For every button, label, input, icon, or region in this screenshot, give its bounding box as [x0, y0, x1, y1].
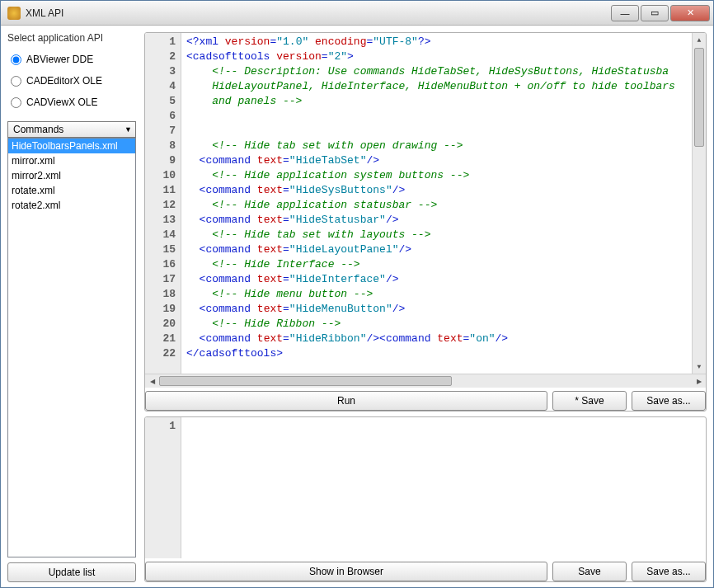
app-icon	[7, 7, 21, 20]
output-panel: 1 Show in Browser Save Save as...	[144, 416, 707, 582]
vscroll-thumb[interactable]	[694, 48, 704, 147]
list-item[interactable]: mirror.xml	[8, 153, 135, 168]
api-radio-input-1[interactable]	[11, 76, 21, 87]
editor-vscrollbar[interactable]: ▲ ▼	[692, 33, 706, 374]
api-radio-input-2[interactable]	[11, 97, 21, 108]
api-radio-0[interactable]: ABViewer DDE	[11, 54, 136, 65]
output-gutter: 1	[145, 417, 181, 558]
close-button[interactable]: ✕	[670, 5, 710, 21]
titlebar: XML API — ▭ ✕	[1, 1, 713, 26]
editor-save-button[interactable]: * Save	[552, 391, 627, 411]
output-code[interactable]	[181, 417, 706, 558]
output-editor[interactable]: 1	[145, 417, 706, 558]
scroll-right-icon[interactable]: ▶	[692, 378, 706, 385]
editor-saveas-button[interactable]: Save as...	[632, 391, 706, 411]
api-radio-label-0: ABViewer DDE	[26, 54, 93, 65]
api-radio-label-1: CADEditorX OLE	[26, 75, 102, 87]
list-item[interactable]: HideToolbarsPanels.xml	[8, 139, 135, 153]
commands-listbox[interactable]: HideToolbarsPanels.xmlmirror.xmlmirror2.…	[7, 138, 136, 557]
scroll-down-icon[interactable]: ▼	[693, 360, 706, 374]
list-item[interactable]: mirror2.xml	[8, 168, 135, 183]
commands-dropdown-label: Commands	[13, 124, 63, 135]
update-list-button[interactable]: Update list	[7, 562, 136, 582]
minimize-button[interactable]: —	[611, 5, 639, 21]
run-button[interactable]: Run	[145, 391, 547, 411]
list-item[interactable]: rotate2.xml	[8, 198, 135, 213]
code-editor[interactable]: 12345678910111213141516171819202122 <?xm…	[145, 33, 706, 374]
chevron-down-icon: ▼	[124, 125, 132, 134]
editor-code[interactable]: <?xml version="1.0" encoding="UTF-8"?><c…	[181, 33, 692, 374]
api-radio-label-2: CADViewX OLE	[26, 96, 97, 108]
list-item[interactable]: rotate.xml	[8, 183, 135, 198]
commands-dropdown[interactable]: Commands ▼	[7, 121, 136, 138]
editor-gutter: 12345678910111213141516171819202122	[145, 33, 181, 374]
api-radio-input-0[interactable]	[11, 54, 21, 65]
api-radio-2[interactable]: CADViewX OLE	[11, 96, 136, 108]
maximize-button[interactable]: ▭	[641, 5, 669, 21]
show-in-browser-button[interactable]: Show in Browser	[145, 562, 547, 581]
scroll-left-icon[interactable]: ◀	[145, 378, 159, 385]
hscroll-thumb[interactable]	[159, 376, 452, 386]
window-title: XML API	[26, 7, 611, 19]
api-group-label: Select application API	[7, 32, 136, 44]
editor-hscrollbar[interactable]: ◀ ▶	[145, 374, 706, 388]
output-save-button[interactable]: Save	[552, 562, 627, 581]
output-saveas-button[interactable]: Save as...	[632, 562, 706, 581]
scroll-up-icon[interactable]: ▲	[693, 33, 706, 47]
editor-panel: 12345678910111213141516171819202122 <?xm…	[144, 32, 707, 412]
sidebar: Select application API ABViewer DDECADEd…	[1, 26, 141, 587]
api-radio-1[interactable]: CADEditorX OLE	[11, 75, 136, 87]
